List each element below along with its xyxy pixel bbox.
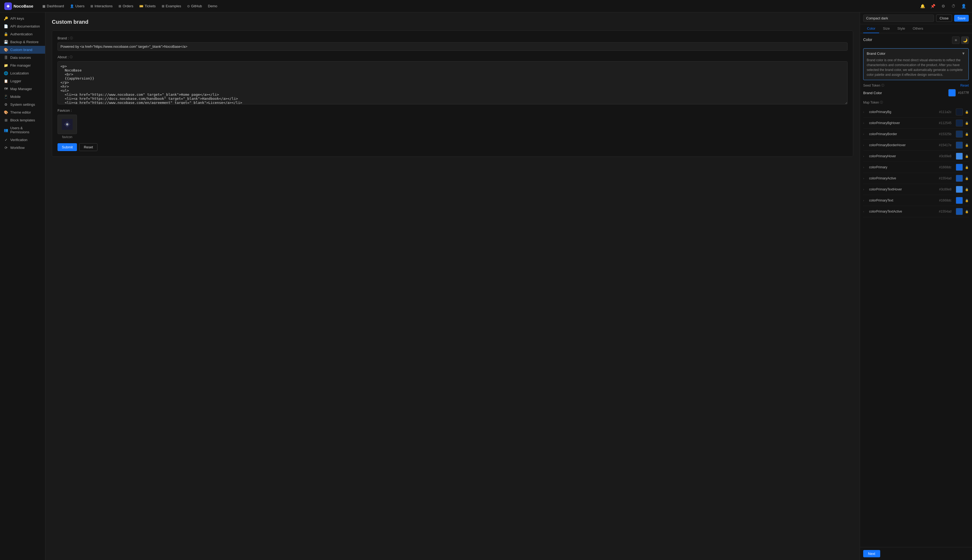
sidebar-item-workflow[interactable]: ⟳ Workflow [0, 144, 45, 152]
dark-mode-button[interactable]: 🌙 [961, 37, 969, 44]
brand-color-dropdown-label: Brand Color [867, 52, 885, 55]
color-mode-buttons: ☀ 🌙 [952, 37, 969, 44]
sidebar-item-system-settings[interactable]: ⚙ System settings [0, 101, 45, 108]
map-token-label: Map Token ⓘ [863, 100, 969, 104]
token-chevron-icon: › [863, 133, 867, 136]
sidebar-item-logger-label: Logger [10, 79, 21, 83]
brand-color-row: Brand Color #1677ff [863, 89, 969, 97]
token-name: colorPrimary [869, 165, 937, 169]
nav-item-examples-label: Examples [166, 4, 181, 8]
nav-item-github[interactable]: ⊙ GitHub [184, 3, 205, 10]
clock-icon-btn[interactable]: ⏱ [949, 2, 957, 10]
nav-item-examples[interactable]: ⊞ Examples [159, 3, 184, 10]
tab-style[interactable]: Style [893, 24, 909, 33]
token-name: colorPrimaryBg [869, 110, 937, 114]
nav-item-orders-label: Orders [122, 4, 133, 8]
interactions-icon: ⊞ [90, 4, 93, 8]
token-swatch[interactable] [956, 175, 963, 182]
light-mode-button[interactable]: ☀ [952, 37, 960, 44]
nav-item-interactions-label: Interactions [94, 4, 112, 8]
nav-item-dashboard[interactable]: ▦ Dashboard [40, 3, 67, 10]
sidebar-item-file-manager[interactable]: 📁 File manager [0, 62, 45, 69]
token-hex: #3c89e8 [939, 154, 952, 158]
github-icon: ⊙ [187, 4, 190, 8]
nav-item-orders[interactable]: ⊞ Orders [116, 3, 136, 10]
sidebar-item-data-sources[interactable]: 🗄 Data sources [0, 54, 45, 62]
save-button[interactable]: Save [954, 15, 969, 22]
logo[interactable]: NocoBase [4, 2, 33, 10]
sidebar-item-users-permissions[interactable]: 👥 Users & Permissions [0, 124, 45, 136]
brand-info-icon: ⓘ [70, 36, 73, 40]
lock-icon: 🔒 [965, 210, 969, 213]
token-swatch[interactable] [956, 153, 963, 160]
sidebar-item-block-templates[interactable]: ⊞ Block templates [0, 116, 45, 124]
nav-item-demo[interactable]: Demo [205, 3, 220, 10]
tab-others[interactable]: Others [909, 24, 927, 33]
sidebar-item-localization[interactable]: 🌐 Localization [0, 69, 45, 77]
token-name: colorPrimaryActive [869, 177, 937, 180]
next-button[interactable]: Next [863, 550, 880, 557]
about-textarea[interactable]: <p> NocoBase <br> {{appVersion}} </p> <h… [57, 61, 848, 104]
sidebar-item-api-documentation[interactable]: 📄 API documentation [0, 22, 45, 30]
token-chevron-icon: › [863, 199, 867, 202]
token-swatch[interactable] [956, 130, 963, 138]
seed-token-info-icon: ⓘ [881, 83, 884, 87]
token-hex: #1668dc [939, 198, 952, 202]
token-hex: #15417e [939, 143, 952, 147]
sidebar-item-map-manager[interactable]: 🗺 Map Manager [0, 85, 45, 93]
sidebar-item-authentication[interactable]: 🔒 Authentication [0, 30, 45, 38]
nav-item-dashboard-label: Dashboard [47, 4, 64, 8]
token-swatch[interactable] [956, 142, 963, 148]
sidebar-item-custom-brand[interactable]: 🎨 Custom brand [0, 46, 45, 54]
sidebar-item-map-label: Map Manager [10, 87, 32, 91]
sidebar-item-brand-label: Custom brand [10, 48, 32, 52]
token-swatch[interactable] [956, 208, 963, 215]
verification-icon: ✓ [4, 138, 8, 142]
sidebar-item-workflow-label: Workflow [10, 146, 25, 150]
svg-point-2 [66, 123, 68, 125]
tab-color[interactable]: Color [863, 24, 879, 33]
tab-size[interactable]: Size [879, 24, 893, 33]
submit-button[interactable]: Submit [57, 143, 77, 151]
close-button[interactable]: Close [936, 15, 952, 22]
brand-color-dropdown[interactable]: Brand Color ▼ Brand color is one of the … [863, 48, 969, 80]
gear-icon-btn[interactable]: ⚙ [939, 2, 947, 10]
users-icon: 👤 [70, 4, 74, 8]
token-swatch[interactable] [956, 120, 963, 127]
token-swatch[interactable] [956, 197, 963, 204]
sidebar-item-theme-editor[interactable]: 🎨 Theme editor [0, 108, 45, 116]
nav-item-users[interactable]: 👤 Users [67, 3, 87, 10]
lock-icon: 🔒 [965, 143, 969, 147]
sidebar-item-verification[interactable]: ✓ Verification [0, 136, 45, 144]
token-swatch[interactable] [956, 108, 963, 115]
bell-icon-btn[interactable]: 🔔 [918, 2, 927, 10]
lock-icon: 🔒 [965, 122, 969, 125]
user-icon-btn[interactable]: 👤 [960, 2, 968, 10]
token-name: colorPrimaryText [869, 198, 937, 202]
pin-icon-btn[interactable]: 📌 [929, 2, 937, 10]
brand-color-value: #1677ff [948, 89, 969, 97]
brand-color-swatch[interactable] [948, 89, 956, 97]
favicon-box[interactable] [57, 115, 77, 134]
sidebar-item-mobile[interactable]: 📱 Mobile [0, 93, 45, 101]
brand-input[interactable] [57, 42, 848, 51]
nav-right: 🔔 📌 ⚙ ⏱ 👤 [918, 2, 968, 10]
reset-link[interactable]: Reset [960, 83, 969, 87]
sidebar-item-theme-label: Theme editor [10, 110, 31, 114]
workflow-icon: ⟳ [4, 146, 8, 150]
token-swatch[interactable] [956, 164, 963, 171]
nav-item-tickets[interactable]: 🎫 Tickets [137, 3, 159, 10]
sidebar-item-backup-restore[interactable]: 💾 Backup & Restore [0, 38, 45, 46]
api-keys-icon: 🔑 [4, 17, 8, 20]
token-swatch[interactable] [956, 186, 963, 193]
nav-item-interactions[interactable]: ⊞ Interactions [88, 3, 115, 10]
reset-button[interactable]: Reset [79, 143, 97, 151]
token-hex: #1554ad [939, 210, 952, 213]
theme-name-input[interactable] [863, 15, 934, 22]
sidebar-item-logger[interactable]: 📋 Logger [0, 77, 45, 85]
lock-icon: 🔒 [965, 110, 969, 114]
token-row: › colorPrimaryTextActive #1554ad 🔒 [863, 206, 969, 217]
token-row: › colorPrimaryBorder #15325b 🔒 [863, 129, 969, 140]
sidebar-item-api-keys[interactable]: 🔑 API keys [0, 15, 45, 22]
dropdown-chevron-icon: ▼ [962, 51, 965, 55]
